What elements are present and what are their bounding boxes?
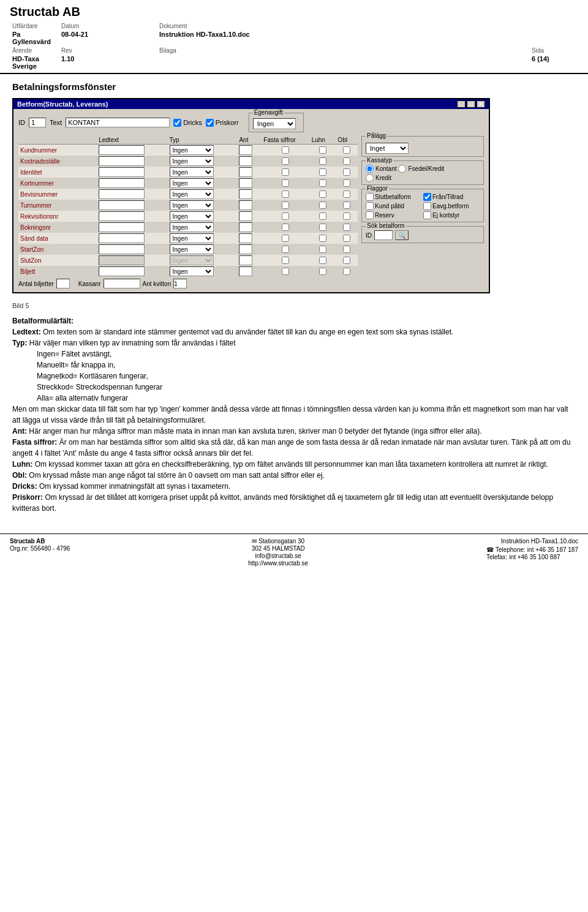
flaggor-checkbox[interactable] <box>423 202 431 210</box>
ant-cell[interactable] <box>237 266 262 277</box>
luhn-cell[interactable] <box>310 189 336 200</box>
ant-kvitton-input[interactable] <box>173 279 187 288</box>
typ-select[interactable]: Ingen <box>170 189 214 199</box>
palagg-select[interactable]: Inget <box>366 143 409 154</box>
fasta-cell[interactable] <box>262 266 309 277</box>
ledtext-input[interactable] <box>99 189 145 199</box>
ledtext-input[interactable] <box>99 211 145 221</box>
ant-input[interactable] <box>239 156 252 166</box>
typ-select[interactable]: Ingen <box>170 156 214 166</box>
typ-select[interactable]: Ingen <box>170 255 214 265</box>
ledtext-input[interactable] <box>99 255 145 265</box>
minimize-button[interactable]: _ <box>457 100 466 108</box>
luhn-checkbox[interactable] <box>319 157 326 165</box>
obl-checkbox[interactable] <box>343 179 350 187</box>
ant-cell[interactable] <box>237 167 262 178</box>
ant-input[interactable] <box>239 244 252 254</box>
ledtext-input[interactable] <box>99 156 145 166</box>
ledtext-input[interactable] <box>99 167 145 177</box>
fasta-checkbox[interactable] <box>282 246 289 253</box>
sok-id-input[interactable] <box>374 230 393 240</box>
typ-cell[interactable]: Ingen <box>168 156 238 167</box>
obl-checkbox[interactable] <box>343 202 350 209</box>
fasta-checkbox[interactable] <box>282 202 289 209</box>
egenavgift-select[interactable]: Ingen <box>253 118 296 129</box>
ledtext-input[interactable] <box>99 222 145 232</box>
ledtext-cell[interactable] <box>97 244 167 255</box>
flaggor-checkbox[interactable] <box>366 193 374 201</box>
obl-cell[interactable] <box>336 178 358 189</box>
priskorr-checkbox[interactable] <box>206 119 214 127</box>
typ-select[interactable]: Ingen <box>170 211 214 221</box>
typ-cell[interactable]: Ingen <box>168 255 238 266</box>
typ-cell[interactable]: Ingen <box>168 244 238 255</box>
obl-checkbox[interactable] <box>343 157 350 165</box>
luhn-cell[interactable] <box>310 222 336 233</box>
fasta-cell[interactable] <box>262 233 309 244</box>
luhn-checkbox[interactable] <box>319 202 326 209</box>
fasta-cell[interactable] <box>262 255 309 266</box>
sok-button[interactable]: 🔍 <box>395 230 409 240</box>
obl-cell[interactable] <box>336 211 358 222</box>
obl-cell[interactable] <box>336 244 358 255</box>
ant-cell[interactable] <box>237 145 262 156</box>
typ-cell[interactable]: Ingen <box>168 167 238 178</box>
ant-cell[interactable] <box>237 233 262 244</box>
ant-input[interactable] <box>239 233 252 243</box>
typ-select[interactable]: Ingen <box>170 200 214 210</box>
luhn-cell[interactable] <box>310 233 336 244</box>
fasta-checkbox[interactable] <box>282 179 289 187</box>
luhn-checkbox[interactable] <box>319 213 326 220</box>
obl-cell[interactable] <box>336 200 358 211</box>
fasta-cell[interactable] <box>262 222 309 233</box>
fasta-cell[interactable] <box>262 167 309 178</box>
typ-select[interactable]: Ingen <box>170 167 214 177</box>
obl-checkbox[interactable] <box>343 190 350 198</box>
ant-cell[interactable] <box>237 211 262 222</box>
obl-checkbox[interactable] <box>343 168 350 176</box>
typ-cell[interactable]: Ingen <box>168 200 238 211</box>
ledtext-cell[interactable] <box>97 266 167 277</box>
ant-input[interactable] <box>239 145 252 155</box>
luhn-cell[interactable] <box>310 178 336 189</box>
luhn-checkbox[interactable] <box>319 268 326 275</box>
luhn-checkbox[interactable] <box>319 179 326 187</box>
ant-cell[interactable] <box>237 255 262 266</box>
obl-cell[interactable] <box>336 233 358 244</box>
fasta-checkbox[interactable] <box>282 257 289 264</box>
fasta-checkbox[interactable] <box>282 268 289 275</box>
typ-cell[interactable]: Ingen <box>168 211 238 222</box>
obl-checkbox[interactable] <box>343 213 350 220</box>
fasta-cell[interactable] <box>262 178 309 189</box>
ledtext-input[interactable] <box>99 200 145 210</box>
fasta-cell[interactable] <box>262 145 309 156</box>
fasta-checkbox[interactable] <box>282 224 289 231</box>
typ-select[interactable]: Ingen <box>170 233 214 243</box>
obl-checkbox[interactable] <box>343 146 350 154</box>
luhn-cell[interactable] <box>310 211 336 222</box>
fasta-cell[interactable] <box>262 156 309 167</box>
kassanr-input[interactable] <box>104 279 140 288</box>
luhn-checkbox[interactable] <box>319 235 326 242</box>
close-button[interactable]: X <box>477 100 485 108</box>
fasta-checkbox[interactable] <box>282 190 289 198</box>
ant-cell[interactable] <box>237 222 262 233</box>
ant-input[interactable] <box>239 189 252 199</box>
ant-input[interactable] <box>239 167 252 177</box>
luhn-checkbox[interactable] <box>319 168 326 176</box>
luhn-cell[interactable] <box>310 167 336 178</box>
obl-checkbox[interactable] <box>343 268 350 275</box>
luhn-checkbox[interactable] <box>319 146 326 154</box>
fasta-cell[interactable] <box>262 200 309 211</box>
fasta-cell[interactable] <box>262 211 309 222</box>
luhn-checkbox[interactable] <box>319 257 326 264</box>
maximize-button[interactable]: □ <box>467 100 475 108</box>
typ-cell[interactable]: Ingen <box>168 266 238 277</box>
obl-cell[interactable] <box>336 266 358 277</box>
obl-checkbox[interactable] <box>343 246 350 253</box>
luhn-checkbox[interactable] <box>319 246 326 253</box>
kassatyp-kontant-radio[interactable] <box>366 165 374 173</box>
obl-cell[interactable] <box>336 255 358 266</box>
ledtext-cell[interactable] <box>97 145 167 156</box>
typ-cell[interactable]: Ingen <box>168 178 238 189</box>
